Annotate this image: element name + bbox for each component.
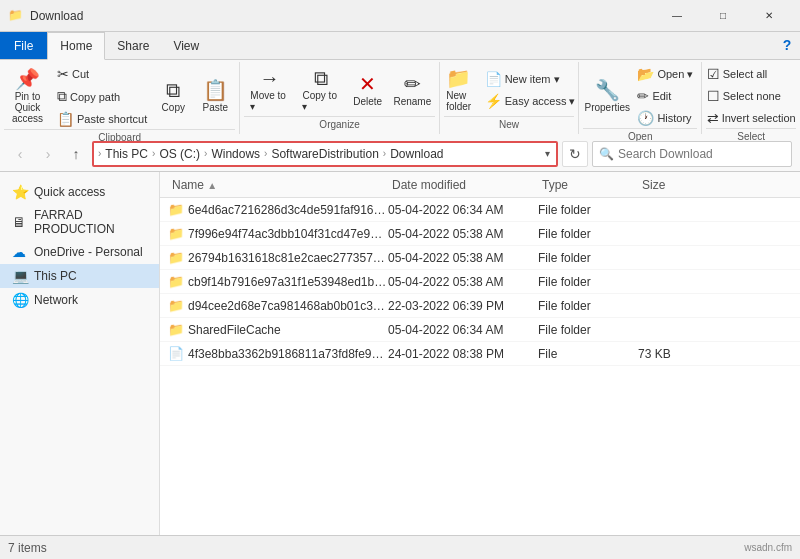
column-header-name[interactable]: Name ▲	[168, 176, 388, 194]
file-size-cell: 73 KB	[638, 347, 718, 361]
delete-button[interactable]: ✕ Delete	[348, 72, 388, 109]
breadcrumb-windows[interactable]: Windows	[209, 145, 262, 163]
tab-view[interactable]: View	[161, 32, 211, 59]
table-row[interactable]: 📁d94cee2d68e7ca981468ab0b01c36ba3 22-03-…	[160, 294, 800, 318]
paste-button[interactable]: 📋 Paste	[195, 78, 235, 115]
folder-icon: 📁	[168, 298, 184, 313]
new-item-icon: 📄	[485, 71, 502, 87]
edit-button[interactable]: ✏ Edit	[633, 86, 697, 106]
new-item-button[interactable]: 📄 New item ▾	[481, 69, 580, 89]
forward-button[interactable]: ›	[36, 142, 60, 166]
window-icon: 📁	[8, 8, 24, 24]
select-all-icon: ☑	[707, 66, 720, 82]
file-icon: 📄	[168, 346, 184, 361]
maximize-button[interactable]: □	[700, 0, 746, 32]
breadcrumb-softwaredist[interactable]: SoftwareDistribution	[269, 145, 380, 163]
sidebar-item-farrad[interactable]: 🖥 FARRAD PRODUCTION	[0, 204, 159, 240]
clipboard-buttons: 📌 Pin to Quickaccess ✂ Cut ⧉ Copy path 📋…	[4, 64, 235, 129]
new-item-label: New item ▾	[505, 73, 560, 86]
breadcrumb: › This PC › OS (C:) › Windows › Software…	[98, 145, 543, 163]
this-pc-icon: 💻	[12, 268, 28, 284]
rename-button[interactable]: ✏ Rename	[390, 72, 435, 109]
copy-path-label: Copy path	[70, 91, 120, 103]
paste-shortcut-label: Paste shortcut	[77, 113, 147, 125]
select-all-button[interactable]: ☑ Select all	[703, 64, 800, 84]
open-icon: 📂	[637, 66, 654, 82]
move-icon: →	[259, 68, 279, 88]
address-dropdown-icon[interactable]: ▾	[543, 148, 552, 159]
table-row[interactable]: 📁cb9f14b7916e97a31f1e53948ed1b67f 05-04-…	[160, 270, 800, 294]
breadcrumb-download[interactable]: Download	[388, 145, 445, 163]
search-bar[interactable]: 🔍	[592, 141, 792, 167]
delete-icon: ✕	[359, 74, 376, 94]
column-header-date[interactable]: Date modified	[388, 176, 538, 194]
sort-arrow: ▲	[207, 180, 217, 191]
new-folder-label: Newfolder	[446, 90, 471, 112]
farrad-icon: 🖥	[12, 214, 28, 230]
column-header-size[interactable]: Size	[638, 176, 718, 194]
file-name-cell: 📁26794b1631618c81e2caec277357b370	[168, 250, 388, 265]
column-header-type[interactable]: Type	[538, 176, 638, 194]
refresh-button[interactable]: ↻	[562, 141, 588, 167]
search-input[interactable]	[618, 147, 785, 161]
title-bar: 📁 Download — □ ✕	[0, 0, 800, 32]
file-name-cell: 📁d94cee2d68e7ca981468ab0b01c36ba3	[168, 298, 388, 313]
copy-button[interactable]: ⧉ Copy	[153, 78, 193, 115]
invert-selection-button[interactable]: ⇄ Invert selection	[703, 108, 800, 128]
minimize-button[interactable]: —	[654, 0, 700, 32]
file-type-cell: File folder	[538, 227, 638, 241]
folder-icon: 📁	[168, 226, 184, 241]
sep3: ›	[264, 148, 267, 159]
history-button[interactable]: 🕐 History	[633, 108, 697, 128]
select-none-button[interactable]: ☐ Select none	[703, 86, 800, 106]
back-button[interactable]: ‹	[8, 142, 32, 166]
new-folder-button[interactable]: 📁 Newfolder	[439, 66, 479, 114]
pin-button[interactable]: 📌 Pin to Quickaccess	[4, 67, 51, 126]
history-icon: 🕐	[637, 110, 654, 126]
sidebar-label-quick-access: Quick access	[34, 185, 105, 199]
breadcrumb-this-pc[interactable]: This PC	[103, 145, 150, 163]
copy-path-icon: ⧉	[57, 88, 67, 105]
properties-button[interactable]: 🔧 Properties	[583, 78, 631, 115]
table-row[interactable]: 📁26794b1631618c81e2caec277357b370 05-04-…	[160, 246, 800, 270]
address-bar[interactable]: › This PC › OS (C:) › Windows › Software…	[92, 141, 558, 167]
tab-home[interactable]: Home	[47, 32, 105, 60]
paste-shortcut-icon: 📋	[57, 111, 74, 127]
sidebar-label-farrad: FARRAD PRODUCTION	[34, 208, 147, 236]
paste-shortcut-button[interactable]: 📋 Paste shortcut	[53, 109, 151, 129]
file-name-cell: 📁SharedFileCache	[168, 322, 388, 337]
sidebar-item-onedrive[interactable]: ☁ OneDrive - Personal	[0, 240, 159, 264]
cut-button[interactable]: ✂ Cut	[53, 64, 151, 84]
copy-path-button[interactable]: ⧉ Copy path	[53, 86, 151, 107]
easy-access-button[interactable]: ⚡ Easy access ▾	[481, 91, 580, 111]
close-button[interactable]: ✕	[746, 0, 792, 32]
sidebar-item-this-pc[interactable]: 💻 This PC	[0, 264, 159, 288]
copy-to-button[interactable]: ⧉ Copy to ▾	[296, 66, 345, 114]
up-button[interactable]: ↑	[64, 142, 88, 166]
table-row[interactable]: 📄4f3e8bba3362b9186811a73fd8fe9cd283... 2…	[160, 342, 800, 366]
select-group: ☑ Select all ☐ Select none ⇄ Invert sele…	[702, 62, 800, 134]
move-to-button[interactable]: → Move to ▾	[244, 66, 294, 114]
table-row[interactable]: 📁SharedFileCache 05-04-2022 06:34 AM Fil…	[160, 318, 800, 342]
sidebar: ⭐ Quick access 🖥 FARRAD PRODUCTION ☁ One…	[0, 172, 160, 535]
table-row[interactable]: 📁7f996e94f74ac3dbb104f31cd47e9b11 05-04-…	[160, 222, 800, 246]
ribbon-tabs: File Home Share View ?	[0, 32, 800, 60]
sidebar-item-network[interactable]: 🌐 Network	[0, 288, 159, 312]
file-type-cell: File folder	[538, 251, 638, 265]
new-buttons: 📁 Newfolder 📄 New item ▾ ⚡ Easy access ▾	[444, 64, 574, 116]
table-row[interactable]: 📁6e4d6ac7216286d3c4de591faf916e37 05-04-…	[160, 198, 800, 222]
sidebar-item-quick-access[interactable]: ⭐ Quick access	[0, 180, 159, 204]
tab-file[interactable]: File	[0, 32, 47, 59]
open-button[interactable]: 📂 Open ▾	[633, 64, 697, 84]
delete-label: Delete	[353, 96, 382, 107]
organize-label: Organize	[244, 116, 435, 132]
tab-share[interactable]: Share	[105, 32, 161, 59]
file-date-cell: 05-04-2022 05:38 AM	[388, 227, 538, 241]
sep1: ›	[152, 148, 155, 159]
copy-to-label: Copy to ▾	[302, 90, 339, 112]
file-type-cell: File folder	[538, 275, 638, 289]
file-date-cell: 05-04-2022 06:34 AM	[388, 323, 538, 337]
help-button[interactable]: ?	[774, 32, 800, 58]
file-date-cell: 05-04-2022 06:34 AM	[388, 203, 538, 217]
breadcrumb-os-c[interactable]: OS (C:)	[157, 145, 202, 163]
